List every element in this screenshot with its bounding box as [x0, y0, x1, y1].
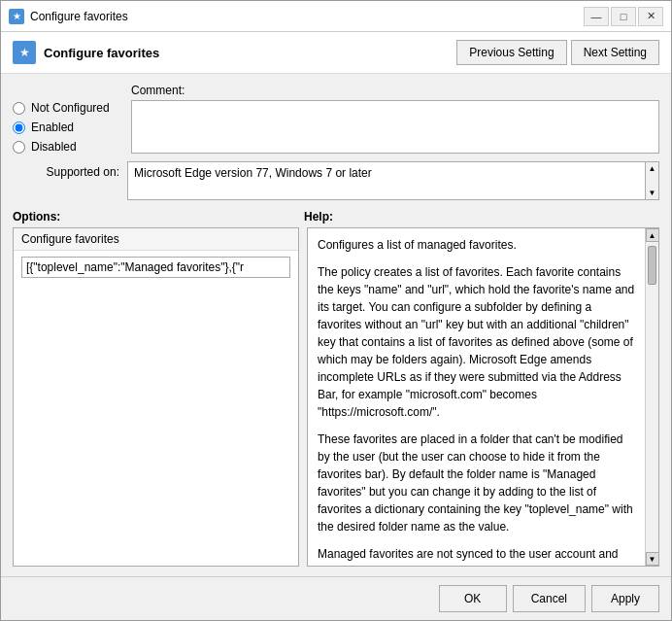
minimize-button[interactable]: — — [584, 7, 609, 26]
supported-scrollbar[interactable]: ▲ ▼ — [645, 162, 658, 199]
radio-group: Not Configured Enabled Disabled — [13, 84, 119, 154]
disabled-label: Disabled — [31, 140, 77, 154]
options-panel-content — [14, 251, 298, 566]
title-controls: — □ ✕ — [584, 7, 663, 26]
comment-section: Comment: — [131, 84, 659, 154]
help-para-3: These favorites are placed in a folder t… — [318, 431, 635, 535]
help-panel: Configures a list of managed favorites. … — [307, 227, 659, 567]
header-buttons: Previous Setting Next Setting — [456, 40, 659, 65]
radio-comment-row: Not Configured Enabled Disabled Comment: — [13, 84, 659, 154]
main-window: ★ Configure favorites — □ ✕ ★ Configure … — [0, 0, 672, 621]
panels-row: Configure favorites Configures a list of… — [13, 227, 659, 567]
header-bar: ★ Configure favorites Previous Setting N… — [1, 32, 671, 74]
enabled-radio[interactable] — [13, 121, 25, 134]
content-area: Not Configured Enabled Disabled Comment:… — [1, 74, 671, 576]
options-panel: Configure favorites — [13, 227, 299, 567]
enabled-option[interactable]: Enabled — [13, 121, 119, 134]
help-para-1: Configures a list of managed favorites. — [318, 236, 635, 254]
close-button[interactable]: ✕ — [638, 7, 663, 26]
supported-row: Supported on: Microsoft Edge version 77,… — [13, 161, 659, 200]
options-input[interactable] — [21, 257, 290, 278]
supported-value: Microsoft Edge version 77, Windows 7 or … — [134, 166, 372, 180]
scroll-track — [646, 242, 658, 552]
help-para-4: Managed favorites are not synced to the … — [318, 545, 635, 566]
maximize-button[interactable]: □ — [611, 7, 636, 26]
help-para-2: The policy creates a list of favorites. … — [318, 263, 635, 421]
footer: OK Cancel Apply — [1, 576, 671, 620]
options-section-header: Options: — [13, 210, 304, 224]
not-configured-label: Not Configured — [31, 101, 110, 115]
title-bar-left: ★ Configure favorites — [9, 9, 128, 24]
scroll-down-arrow[interactable]: ▼ — [646, 552, 659, 566]
options-panel-title: Configure favorites — [14, 228, 298, 251]
enabled-label: Enabled — [31, 121, 74, 134]
cancel-button[interactable]: Cancel — [513, 585, 586, 612]
help-scrollbar[interactable]: ▲ ▼ — [645, 228, 658, 566]
window-icon: ★ — [9, 9, 24, 24]
disabled-radio[interactable] — [13, 141, 25, 154]
supported-label: Supported on: — [13, 161, 119, 179]
disabled-option[interactable]: Disabled — [13, 140, 119, 154]
section-headers: Options: Help: — [13, 210, 659, 224]
scroll-up-arrow[interactable]: ▲ — [646, 228, 659, 242]
apply-button[interactable]: Apply — [591, 585, 659, 612]
header-title: Configure favorites — [44, 46, 159, 60]
supported-box: Microsoft Edge version 77, Windows 7 or … — [127, 161, 659, 200]
next-setting-button[interactable]: Next Setting — [571, 40, 659, 65]
title-bar: ★ Configure favorites — □ ✕ — [1, 1, 671, 32]
help-section-header: Help: — [304, 210, 659, 224]
ok-button[interactable]: OK — [439, 585, 507, 612]
scroll-thumb[interactable] — [648, 246, 656, 285]
previous-setting-button[interactable]: Previous Setting — [456, 40, 566, 65]
not-configured-radio[interactable] — [13, 102, 25, 115]
help-text-content: Configures a list of managed favorites. … — [308, 228, 645, 566]
comment-label: Comment: — [131, 84, 659, 97]
not-configured-option[interactable]: Not Configured — [13, 101, 119, 115]
header-left: ★ Configure favorites — [13, 41, 159, 64]
header-icon: ★ — [13, 41, 36, 64]
window-title: Configure favorites — [30, 10, 128, 23]
comment-textarea[interactable] — [131, 100, 659, 154]
